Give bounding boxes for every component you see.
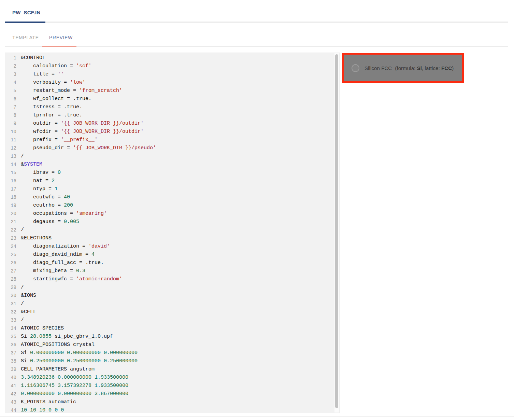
line-number: 28: [5, 275, 19, 283]
line-number: 8: [5, 111, 19, 120]
line-number: 7: [5, 103, 19, 111]
line-number: 18: [5, 193, 19, 201]
tab-template[interactable]: TEMPLATE: [12, 35, 39, 40]
line-number: 2: [5, 62, 19, 70]
code-text: calculation = 'scf': [19, 62, 91, 70]
code-line: 11 prefix = '__prefix__': [5, 136, 340, 144]
code-text: prefix = '__prefix__': [19, 136, 98, 144]
code-text: ecutrho = 200: [19, 201, 73, 210]
code-text: tprnfor = .true.: [19, 111, 82, 120]
radio-button-icon[interactable]: [352, 64, 359, 72]
line-number: 16: [5, 177, 19, 185]
code-line: 28 startingwfc = 'atomic+random': [5, 275, 340, 283]
line-number: 24: [5, 242, 19, 251]
line-number: 44: [5, 406, 19, 413]
line-number: 5: [5, 87, 19, 95]
line-number: 13: [5, 152, 19, 160]
code-text: startingwfc = 'atomic+random': [19, 275, 122, 283]
line-number: 23: [5, 234, 19, 242]
code-text: Si 0.250000000 0.250000000 0.250000000: [19, 357, 138, 365]
material-lattice: FCC: [441, 65, 452, 71]
code-line: 38Si 0.250000000 0.250000000 0.250000000: [5, 357, 340, 365]
line-number: 20: [5, 210, 19, 218]
code-line: 26 diago_full_acc = .true.: [5, 259, 340, 267]
code-text: pseudo_dir = '{{ JOB_WORK_DIR }}/pseudo': [19, 144, 156, 152]
code-editor[interactable]: 1&CONTROL2 calculation = 'scf'3 title = …: [5, 53, 340, 413]
code-text: wf_collect = .true.: [19, 95, 91, 103]
line-number: 19: [5, 201, 19, 210]
code-text: ATOMIC_SPECIES: [19, 324, 64, 333]
editor-scrollbar[interactable]: [334, 53, 339, 412]
code-line: 25 diago_david_ndim = 4: [5, 251, 340, 259]
line-number: 12: [5, 144, 19, 152]
line-number: 35: [5, 333, 19, 341]
code-line: 43K_POINTS automatic: [5, 398, 340, 406]
line-number: 41: [5, 382, 19, 390]
code-text: CELL_PARAMETERS angstrom: [19, 365, 95, 374]
code-text: ATOMIC_POSITIONS crystal: [19, 341, 95, 349]
line-number: 25: [5, 251, 19, 259]
active-file-tab-indicator: [5, 22, 45, 23]
code-line: 4 verbosity = 'low': [5, 79, 340, 87]
code-line: 1&CONTROL: [5, 54, 340, 62]
code-text: &ELECTRONS: [19, 234, 52, 242]
material-option-silicon-fcc[interactable]: Silicon FCC(formula: Si, lattice: FCC): [342, 53, 464, 83]
code-text: diago_david_ndim = 4: [19, 251, 95, 259]
code-line: 12 pseudo_dir = '{{ JOB_WORK_DIR }}/pseu…: [5, 144, 340, 152]
line-number: 33: [5, 316, 19, 324]
code-text: /: [19, 316, 24, 324]
code-text: &IONS: [19, 292, 36, 300]
code-line: 3 title = '': [5, 70, 340, 79]
code-line: 8 tprnfor = .true.: [5, 111, 340, 120]
subtab-divider: [5, 46, 508, 47]
code-text: ibrav = 0: [19, 169, 61, 177]
line-number: 34: [5, 324, 19, 333]
code-line: 34ATOMIC_SPECIES: [5, 324, 340, 333]
code-text: Si 0.000000000 0.000000000 0.000000000: [19, 349, 138, 357]
code-line: 37Si 0.000000000 0.000000000 0.000000000: [5, 349, 340, 357]
line-number: 27: [5, 267, 19, 275]
code-text: &CONTROL: [19, 54, 45, 62]
material-name: Silicon FCC: [365, 65, 392, 71]
tab-preview[interactable]: PREVIEW: [49, 35, 73, 40]
code-line: 5 restart_mode = 'from_scratch': [5, 87, 340, 95]
code-text: 3.348920236 0.000000000 1.933500000: [19, 374, 128, 382]
code-text: degauss = 0.005: [19, 218, 79, 226]
code-line: 33/: [5, 316, 340, 324]
line-number: 26: [5, 259, 19, 267]
line-number: 29: [5, 283, 19, 292]
code-text: /: [19, 283, 24, 292]
material-formula: Si: [417, 65, 422, 71]
line-number: 22: [5, 226, 19, 234]
code-line: 32&CELL: [5, 308, 340, 316]
code-text: 10 10 10 0 0 0: [19, 406, 64, 413]
code-line: 35Si 28.0855 si_pbe_gbrv_1.0.upf: [5, 333, 340, 341]
code-line: 27 mixing_beta = 0.3: [5, 267, 340, 275]
code-text: /: [19, 300, 24, 308]
line-number: 17: [5, 185, 19, 193]
code-line: 29/: [5, 283, 340, 292]
page: PW_SCF.IN TEMPLATE PREVIEW 1&CONTROL2 ca…: [0, 0, 514, 420]
line-number: 40: [5, 374, 19, 382]
file-tabstrip-divider: [5, 22, 508, 23]
code-text: &SYSTEM: [19, 160, 42, 169]
code-line: 24 diagonalization = 'david': [5, 242, 340, 251]
code-text: /: [19, 152, 24, 160]
line-number: 39: [5, 365, 19, 374]
code-line: 23&ELECTRONS: [5, 234, 340, 242]
line-number: 3: [5, 70, 19, 79]
line-number: 6: [5, 95, 19, 103]
line-number: 30: [5, 292, 19, 300]
code-line: 22/: [5, 226, 340, 234]
code-line: 6 wf_collect = .true.: [5, 95, 340, 103]
code-line: 7 tstress = .true.: [5, 103, 340, 111]
line-number: 4: [5, 79, 19, 87]
scrollbar-thumb[interactable]: [335, 54, 338, 408]
code-line: 10 wfcdir = '{{ JOB_WORK_DIR }}/outdir': [5, 128, 340, 136]
file-tab-pw-scf-in[interactable]: PW_SCF.IN: [12, 10, 41, 15]
line-number: 37: [5, 349, 19, 357]
code-text: &CELL: [19, 308, 36, 316]
code-line: 30&IONS: [5, 292, 340, 300]
code-text: /: [19, 226, 24, 234]
code-line: 411.116306745 3.157392278 1.933500000: [5, 382, 340, 390]
